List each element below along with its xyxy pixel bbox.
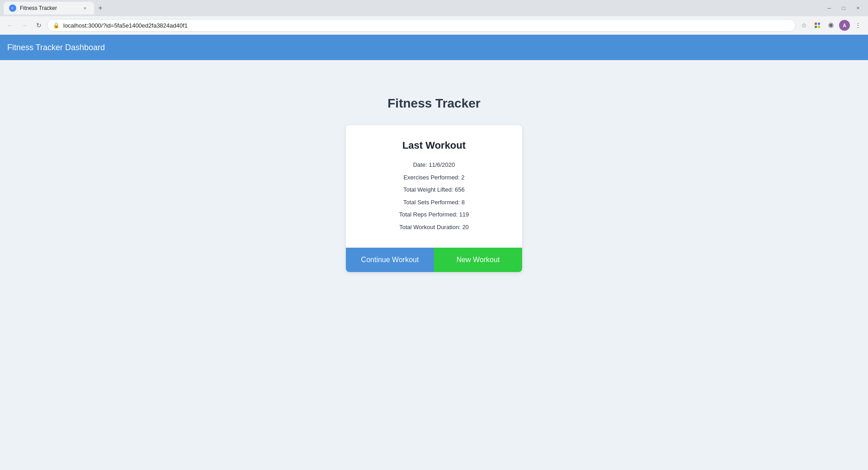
stat-weight: Total Weight Lifted: 656 [364, 185, 504, 194]
extension2-icon[interactable] [825, 19, 837, 32]
refresh-button[interactable]: ↻ [33, 19, 45, 32]
workout-card-actions: Continue Workout New Workout [346, 248, 522, 272]
new-workout-button[interactable]: New Workout [434, 248, 522, 272]
browser-tab[interactable]: F Fitness Tracker × [4, 2, 94, 14]
bookmark-icon[interactable]: ☆ [797, 19, 810, 32]
stat-date-value: 11/6/2020 [429, 161, 455, 168]
close-button[interactable]: × [852, 2, 864, 14]
address-bar[interactable]: 🔒 localhost:3000/?id=5fa5e1400ed2fa3824a… [47, 19, 796, 32]
stat-exercises-value: 2 [461, 174, 464, 181]
stat-sets-label: Total Sets Performed: [403, 199, 462, 206]
app-header: Fitness Tracker Dashboard [0, 35, 868, 60]
new-tab-button[interactable]: + [94, 2, 107, 14]
stat-exercises-label: Exercises Performed: [403, 174, 461, 181]
stat-exercises: Exercises Performed: 2 [364, 173, 504, 182]
svg-rect-0 [815, 23, 817, 25]
stat-reps: Total Reps Performed: 119 [364, 210, 504, 219]
svg-rect-3 [818, 26, 820, 28]
avatar-button[interactable]: A [838, 19, 851, 32]
lock-icon: 🔒 [53, 22, 60, 28]
url-text: localhost:3000/?id=5fa5e1400ed2fa3824ad4… [63, 22, 790, 29]
stat-sets-value: 8 [462, 199, 465, 206]
stat-weight-value: 656 [455, 186, 465, 193]
svg-point-5 [830, 24, 832, 27]
extension1-icon[interactable] [811, 19, 824, 32]
workout-card-body: Last Workout Date: 11/6/2020 Exercises P… [346, 125, 522, 248]
toolbar-icons: ☆ A ⋮ [797, 19, 864, 32]
stat-reps-value: 119 [459, 211, 469, 218]
browser-titlebar: F Fitness Tracker × + ─ □ × [0, 0, 868, 16]
stat-date-label: Date: [413, 161, 429, 168]
stat-sets: Total Sets Performed: 8 [364, 198, 504, 207]
minimize-button[interactable]: ─ [823, 2, 835, 14]
tab-favicon: F [9, 5, 16, 12]
svg-rect-1 [818, 23, 820, 25]
stat-duration-label: Total Workout Duration: [399, 224, 462, 230]
tab-title: Fitness Tracker [20, 5, 78, 11]
menu-button[interactable]: ⋮ [852, 19, 864, 32]
svg-rect-2 [815, 26, 817, 28]
user-avatar: A [839, 20, 850, 31]
page-title: Fitness Tracker [387, 96, 480, 111]
browser-chrome: F Fitness Tracker × + ─ □ × ← → ↻ 🔒 loca… [0, 0, 868, 35]
forward-button[interactable]: → [18, 19, 31, 32]
app-header-title: Fitness Tracker Dashboard [7, 43, 105, 52]
maximize-button[interactable]: □ [837, 2, 850, 14]
continue-workout-button[interactable]: Continue Workout [346, 248, 434, 272]
workout-card: Last Workout Date: 11/6/2020 Exercises P… [346, 125, 522, 272]
app-main: Fitness Tracker Last Workout Date: 11/6/… [0, 60, 868, 470]
tab-close-button[interactable]: × [81, 5, 89, 12]
stat-duration-value: 20 [462, 224, 468, 230]
stat-weight-label: Total Weight Lifted: [403, 186, 455, 193]
back-button[interactable]: ← [4, 19, 16, 32]
stat-date: Date: 11/6/2020 [364, 160, 504, 169]
window-controls: ─ □ × [823, 2, 864, 14]
last-workout-title: Last Workout [364, 140, 504, 151]
stat-reps-label: Total Reps Performed: [399, 211, 459, 218]
browser-toolbar: ← → ↻ 🔒 localhost:3000/?id=5fa5e1400ed2f… [0, 16, 868, 34]
stat-duration: Total Workout Duration: 20 [364, 223, 504, 232]
